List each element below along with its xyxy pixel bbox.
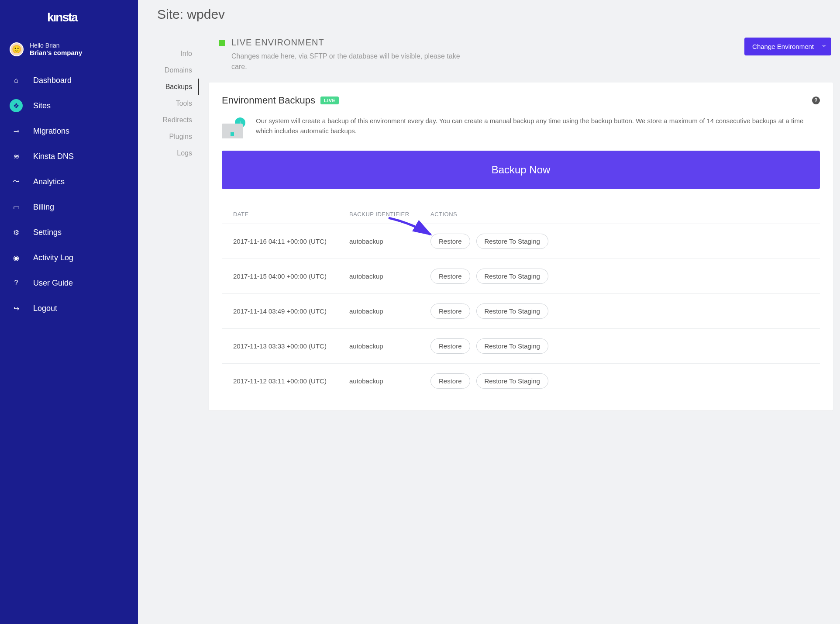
backups-card: Environment Backups LIVE ? ↓ Our system … <box>209 83 833 410</box>
backup-illustration-icon: ↓ <box>222 116 246 138</box>
subnav-tools[interactable]: Tools <box>157 95 199 112</box>
subnav-domains[interactable]: Domains <box>157 62 199 79</box>
user-block[interactable]: 🙂 Hello Brian Brian's company <box>0 37 138 68</box>
nav-label: Kinsta DNS <box>33 152 74 161</box>
avatar: 🙂 <box>10 42 24 56</box>
backup-date: 2017-11-15 04:00 +00:00 (UTC) <box>233 272 349 280</box>
nav-kinsta-dns[interactable]: ≋ Kinsta DNS <box>0 144 138 169</box>
user-company: Brian's company <box>30 49 82 56</box>
nav-billing[interactable]: ▭ Billing <box>0 194 138 220</box>
main: Site: wpdev Info Domains Backups Tools R… <box>138 0 840 624</box>
live-indicator-icon <box>219 40 225 46</box>
nav-sites[interactable]: ❖ Sites <box>0 93 138 118</box>
nav-user-guide[interactable]: ? User Guide <box>0 270 138 296</box>
restore-button[interactable]: Restore <box>430 269 470 284</box>
subnav-info[interactable]: Info <box>157 45 199 62</box>
col-header-actions: ACTIONS <box>430 211 817 217</box>
table-row: 2017-11-15 04:00 +00:00 (UTC) autobackup… <box>222 259 820 294</box>
backup-now-button[interactable]: Backup Now <box>222 151 820 189</box>
backup-identifier: autobackup <box>349 272 430 280</box>
col-header-identifier: BACKUP IDENTIFIER <box>349 211 430 217</box>
environment-header: LIVE ENVIRONMENT Changes made here, via … <box>209 38 833 83</box>
home-icon: ⌂ <box>10 74 23 87</box>
restore-button[interactable]: Restore <box>430 338 470 354</box>
nav-label: Billing <box>33 203 54 212</box>
nav-label: Logout <box>33 304 57 313</box>
restore-to-staging-button[interactable]: Restore To Staging <box>476 303 548 319</box>
site-subnav: Info Domains Backups Tools Redirects Plu… <box>157 38 199 162</box>
billing-icon: ▭ <box>10 200 23 214</box>
backup-date: 2017-11-16 04:11 +00:00 (UTC) <box>233 238 349 245</box>
card-title: Environment Backups <box>222 95 315 106</box>
dns-icon: ≋ <box>10 150 23 163</box>
subnav-redirects[interactable]: Redirects <box>157 112 199 128</box>
nav-migrations[interactable]: ⊸ Migrations <box>0 118 138 144</box>
migrations-icon: ⊸ <box>10 124 23 138</box>
backup-date: 2017-11-12 03:11 +00:00 (UTC) <box>233 377 349 385</box>
nav-label: User Guide <box>33 279 73 288</box>
nav-analytics[interactable]: 〜 Analytics <box>0 169 138 194</box>
logout-icon: ↪ <box>10 302 23 315</box>
subnav-backups[interactable]: Backups <box>157 79 199 95</box>
restore-to-staging-button[interactable]: Restore To Staging <box>476 234 548 249</box>
table-row: 2017-11-12 03:11 +00:00 (UTC) autobackup… <box>222 364 820 398</box>
restore-button[interactable]: Restore <box>430 303 470 319</box>
nav-label: Activity Log <box>33 253 73 262</box>
nav-logout[interactable]: ↪ Logout <box>0 296 138 321</box>
restore-to-staging-button[interactable]: Restore To Staging <box>476 338 548 354</box>
change-environment-button[interactable]: Change Environment <box>744 38 831 55</box>
nav-label: Analytics <box>33 177 65 186</box>
brand-logo: kınsta <box>0 9 138 37</box>
subnav-logs[interactable]: Logs <box>157 145 199 162</box>
backup-identifier: autobackup <box>349 238 430 245</box>
restore-to-staging-button[interactable]: Restore To Staging <box>476 373 548 389</box>
nav-settings[interactable]: ⚙ Settings <box>0 220 138 245</box>
gear-icon: ⚙ <box>10 226 23 239</box>
backups-table-header: DATE BACKUP IDENTIFIER ACTIONS <box>222 207 820 224</box>
subnav-plugins[interactable]: Plugins <box>157 128 199 145</box>
restore-to-staging-button[interactable]: Restore To Staging <box>476 269 548 284</box>
page-title: Site: wpdev <box>157 0 833 38</box>
nav-label: Settings <box>33 228 62 237</box>
user-text: Hello Brian Brian's company <box>30 42 82 56</box>
col-header-date: DATE <box>233 211 349 217</box>
user-greeting: Hello Brian <box>30 42 82 49</box>
sidebar: kınsta 🙂 Hello Brian Brian's company ⌂ D… <box>0 0 138 624</box>
table-row: 2017-11-14 03:49 +00:00 (UTC) autobackup… <box>222 294 820 329</box>
environment-description: Changes made here, via SFTP or the datab… <box>231 51 467 72</box>
help-icon: ? <box>10 276 23 290</box>
restore-button[interactable]: Restore <box>430 373 470 389</box>
backup-date: 2017-11-13 03:33 +00:00 (UTC) <box>233 342 349 350</box>
nav-label: Sites <box>33 101 51 110</box>
nav-label: Migrations <box>33 127 69 136</box>
analytics-icon: 〜 <box>10 175 23 188</box>
backup-identifier: autobackup <box>349 342 430 350</box>
nav-dashboard[interactable]: ⌂ Dashboard <box>0 68 138 93</box>
backup-info-text: Our system will create a backup of this … <box>256 116 820 138</box>
table-row: 2017-11-16 04:11 +00:00 (UTC) autobackup… <box>222 224 820 259</box>
restore-button[interactable]: Restore <box>430 234 470 249</box>
nav-activity-log[interactable]: ◉ Activity Log <box>0 245 138 270</box>
backup-identifier: autobackup <box>349 377 430 385</box>
eye-icon: ◉ <box>10 251 23 264</box>
backup-identifier: autobackup <box>349 307 430 315</box>
sites-icon: ❖ <box>10 99 23 112</box>
live-badge: LIVE <box>320 97 339 104</box>
nav-label: Dashboard <box>33 76 72 85</box>
help-tooltip-icon[interactable]: ? <box>812 97 820 104</box>
backup-date: 2017-11-14 03:49 +00:00 (UTC) <box>233 307 349 315</box>
table-row: 2017-11-13 03:33 +00:00 (UTC) autobackup… <box>222 329 820 364</box>
environment-title: LIVE ENVIRONMENT <box>231 38 467 48</box>
